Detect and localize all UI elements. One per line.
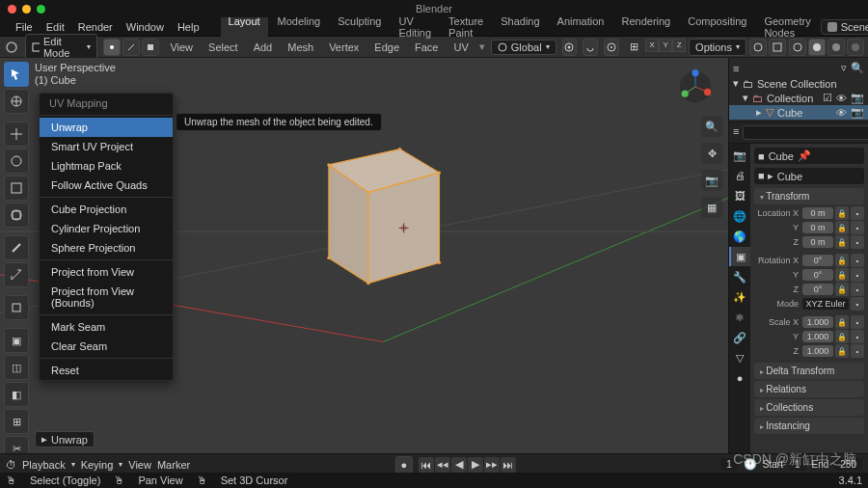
tool-move[interactable] [4, 122, 29, 147]
scale-x-field[interactable]: 1.000 [802, 316, 833, 328]
tab-particles-icon[interactable]: ✨ [729, 287, 750, 307]
tab-data-icon[interactable]: ▽ [729, 348, 750, 367]
pivot-icon[interactable] [562, 39, 578, 56]
hdr-add[interactable]: Add [249, 41, 278, 53]
vertex-select-icon[interactable] [103, 39, 121, 56]
tool-transform[interactable] [4, 203, 29, 228]
tab-object-icon[interactable]: ▣ [729, 247, 750, 266]
hdr-edge[interactable]: Edge [369, 41, 404, 53]
search-icon[interactable]: 🔍 [851, 62, 864, 74]
shading-wireframe-icon[interactable] [789, 39, 806, 56]
tool-select-box[interactable] [4, 62, 29, 87]
tab-scene-icon[interactable]: 🌐 [729, 206, 750, 226]
shading-rendered-icon[interactable] [847, 39, 864, 56]
hdr-view[interactable]: View [165, 41, 198, 53]
tab-output-icon[interactable]: 🖨 [729, 166, 750, 185]
jump-end-icon[interactable]: ⏭ [501, 457, 516, 473]
section-delta[interactable]: Delta Transform [754, 363, 864, 379]
uv-item-reset[interactable]: Reset [40, 361, 173, 380]
axis-gizmo[interactable] [678, 69, 713, 104]
clock-icon[interactable]: 🕐 [744, 458, 757, 471]
next-key-icon[interactable]: ▸▸ [484, 457, 500, 473]
tab-world-icon[interactable]: 🌎 [729, 227, 750, 246]
tab-modifier-icon[interactable]: 🔧 [729, 267, 750, 286]
editor-type-icon[interactable] [4, 39, 19, 56]
scale-y-field[interactable]: 1.000 [802, 331, 833, 342]
shading-solid-icon[interactable] [808, 39, 826, 56]
menu-file[interactable]: File [10, 19, 39, 35]
prev-key-icon[interactable]: ◂◂ [435, 457, 450, 473]
mirror-y[interactable]: Y [659, 39, 672, 52]
uv-item-cube-proj[interactable]: Cube Projection [40, 200, 173, 219]
props-editor-icon[interactable]: ≡ [733, 125, 739, 140]
hdr-vertex[interactable]: Vertex [324, 41, 364, 53]
options-menu[interactable]: Options▾ [689, 39, 746, 56]
mode-selector[interactable]: Edit Mode▾ [25, 34, 98, 61]
menu-edit[interactable]: Edit [41, 19, 70, 35]
tool-rotate[interactable] [4, 149, 29, 174]
section-relations[interactable]: Relations [754, 381, 864, 397]
uv-item-cyl-proj[interactable]: Cylinder Projection [40, 219, 173, 238]
cube-object[interactable] [289, 125, 463, 299]
tool-cursor[interactable] [4, 89, 29, 114]
tool-knife[interactable]: ✂ [4, 436, 29, 453]
breadcrumb-obj[interactable]: Cube [769, 150, 794, 162]
rot-x-field[interactable]: 0° [802, 255, 833, 266]
end-frame-field[interactable]: 250 [834, 458, 862, 471]
outliner-collection[interactable]: ▾🗀 Collection ☑ 👁 📷 [729, 91, 868, 105]
anim-icon[interactable]: • [851, 206, 864, 220]
filter-icon[interactable]: ▿ [841, 62, 847, 74]
render-toggle-icon[interactable]: 📷 [851, 92, 864, 104]
exclude-toggle-icon[interactable]: ☑ [823, 92, 832, 104]
hdr-uv[interactable]: UV [449, 41, 474, 53]
rot-y-field[interactable]: 0° [802, 269, 833, 281]
uv-item-mark-seam[interactable]: Mark Seam [40, 317, 173, 337]
overlays-toggle-icon[interactable] [749, 39, 767, 56]
rot-z-field[interactable]: 0° [802, 284, 833, 295]
uv-item-smart-uv[interactable]: Smart UV Project [40, 137, 173, 156]
tool-loopcut[interactable]: ⊞ [4, 409, 29, 434]
autokey-icon[interactable]: ● [395, 456, 413, 474]
scene-selector[interactable]: Scene [821, 19, 868, 35]
minimize-icon[interactable] [22, 5, 31, 14]
proportional-icon[interactable] [604, 39, 619, 56]
xray-toggle-icon[interactable] [769, 39, 786, 56]
menu-render[interactable]: Render [72, 19, 119, 35]
edge-select-icon[interactable] [122, 39, 140, 56]
breadcrumb-data-label[interactable]: Cube [777, 171, 802, 182]
uv-item-proj-view-bounds[interactable]: Project from View (Bounds) [40, 282, 173, 312]
orientation-selector[interactable]: Global▾ [491, 40, 556, 55]
perspective-toggle-icon[interactable]: ▦ [701, 197, 722, 218]
tab-constraints-icon[interactable]: 🔗 [729, 328, 750, 347]
tool-bevel[interactable]: ◧ [4, 382, 29, 407]
uv-item-clear-seam[interactable]: Clear Seam [40, 337, 173, 356]
render-toggle-icon[interactable]: 📷 [851, 106, 864, 119]
uv-item-unwrap[interactable]: Unwrap [40, 118, 173, 137]
uv-item-sphere-proj[interactable]: Sphere Projection [40, 238, 173, 258]
section-transform[interactable]: Transform [754, 188, 864, 204]
play-reverse-icon[interactable]: ◀ [451, 457, 467, 473]
props-search-input[interactable] [743, 125, 868, 140]
outliner-scene[interactable]: ▾🗀 Scene Collection [729, 76, 868, 91]
tl-menu-playback[interactable]: Playback [22, 459, 66, 471]
uv-item-lightmap[interactable]: Lightmap Pack [40, 156, 173, 176]
shading-material-icon[interactable] [827, 39, 845, 56]
face-select-icon[interactable] [142, 39, 159, 56]
play-icon[interactable]: ▶ [468, 457, 483, 473]
tool-scale[interactable] [4, 176, 29, 201]
tool-extrude[interactable]: ▣ [4, 328, 29, 353]
lock-icon[interactable]: 🔒 [835, 206, 849, 220]
current-frame-field[interactable]: 1 [720, 458, 738, 471]
tab-physics-icon[interactable]: ⚛ [729, 308, 750, 327]
loc-z-field[interactable]: 0 m [802, 236, 833, 248]
tool-add-cube[interactable] [4, 295, 29, 320]
section-instancing[interactable]: Instancing [754, 418, 864, 434]
tab-viewlayer-icon[interactable]: 🖼 [729, 186, 750, 205]
mesh-edit-mode-icon[interactable]: ⊞ [625, 39, 642, 56]
timeline-editor-icon[interactable]: ⏱ [6, 459, 16, 471]
loc-y-field[interactable]: 0 m [802, 222, 833, 233]
mirror-z[interactable]: Z [672, 39, 686, 52]
tool-measure[interactable] [4, 262, 29, 287]
last-operator-panel[interactable]: ▸ Unwrap [35, 431, 95, 447]
start-frame-field[interactable]: 1 [789, 458, 806, 471]
